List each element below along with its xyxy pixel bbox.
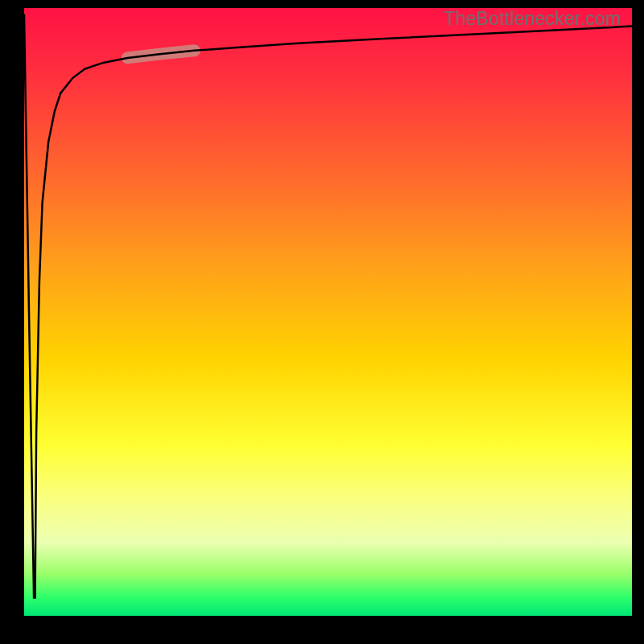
data-curve: [24, 14, 632, 598]
chart-frame: TheBottlenecker.com: [0, 0, 644, 644]
curve-svg: [24, 8, 632, 616]
plot-area: TheBottlenecker.com: [24, 8, 632, 616]
